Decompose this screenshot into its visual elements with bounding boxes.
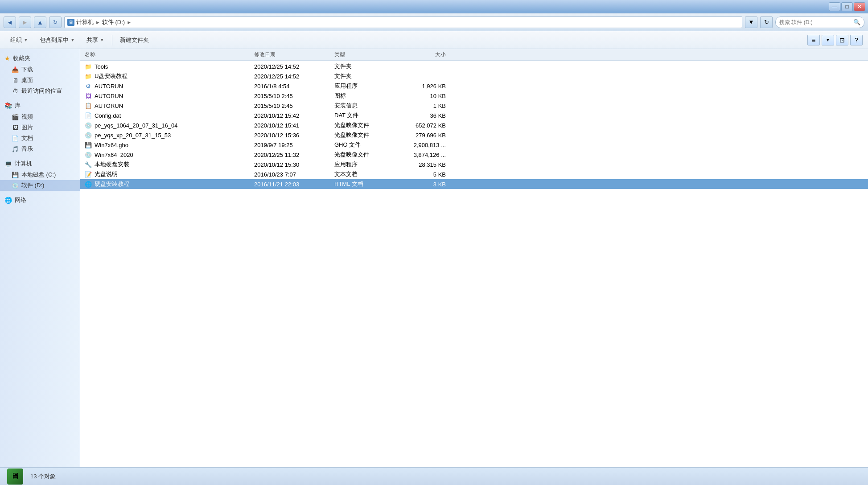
file-name-text: pe_yqs_1064_20_07_31_16_04 bbox=[95, 122, 178, 129]
sidebar-network-header[interactable]: 🌐 网络 bbox=[0, 194, 80, 206]
view-menu-button[interactable]: ≡ bbox=[807, 35, 820, 45]
breadcrumb-bar[interactable]: 🖥 计算机 ► 软件 (D:) ► bbox=[64, 16, 742, 28]
new-folder-label: 新建文件夹 bbox=[120, 36, 149, 44]
col-header-size[interactable]: 大小 bbox=[392, 51, 446, 58]
table-row[interactable]: 💿 pe_yqs_1064_20_07_31_16_04 2020/10/12 … bbox=[80, 120, 868, 130]
sidebar-item-documents[interactable]: 📄 文档 bbox=[0, 133, 80, 144]
share-chevron-icon: ▼ bbox=[100, 37, 104, 42]
file-name-text: U盘安装教程 bbox=[95, 72, 128, 80]
sidebar-computer-header[interactable]: 💻 计算机 bbox=[0, 158, 80, 169]
back-button[interactable]: ◄ bbox=[4, 16, 16, 28]
help-button[interactable]: ? bbox=[850, 35, 863, 45]
downloads-icon: 📥 bbox=[12, 66, 19, 73]
table-row[interactable]: 💿 Win7x64_2020 2020/12/25 11:32 光盘映像文件 3… bbox=[80, 150, 868, 160]
file-name-text: 硬盘安装教程 bbox=[95, 180, 129, 188]
file-icon: ⚙ bbox=[85, 82, 92, 90]
file-date: 2015/5/10 2:45 bbox=[254, 103, 334, 109]
sidebar-item-recent[interactable]: ⏱ 最近访问的位置 bbox=[0, 86, 80, 96]
file-size: 2,900,813 ... bbox=[392, 142, 446, 148]
sidebar-music-label: 音乐 bbox=[21, 145, 33, 153]
table-row[interactable]: 💿 pe_yqs_xp_20_07_31_15_53 2020/10/12 15… bbox=[80, 130, 868, 140]
file-type: 文件夹 bbox=[334, 72, 392, 80]
add-to-library-label: 包含到库中 bbox=[40, 36, 69, 44]
table-row[interactable]: 🌐 硬盘安装教程 2016/11/21 22:03 HTML 文档 3 KB bbox=[80, 179, 868, 189]
sidebar: ★ 收藏夹 📥 下载 🖥 桌面 ⏱ 最近访问的位置 📚 库 � bbox=[0, 49, 80, 467]
add-to-library-button[interactable]: 包含到库中 ▼ bbox=[35, 34, 80, 46]
organize-label: 组织 bbox=[10, 36, 22, 44]
file-name-text: Win7x64.gho bbox=[95, 142, 128, 148]
sidebar-item-music[interactable]: 🎵 音乐 bbox=[0, 144, 80, 154]
sidebar-item-downloads[interactable]: 📥 下载 bbox=[0, 64, 80, 75]
file-icon: 📁 bbox=[85, 63, 92, 70]
sidebar-desktop-label: 桌面 bbox=[21, 76, 33, 84]
maximize-button[interactable]: □ bbox=[841, 2, 853, 11]
refresh-icon-button[interactable]: ↻ bbox=[760, 16, 773, 28]
file-name-text: 本地硬盘安装 bbox=[95, 160, 129, 169]
table-row[interactable]: 📝 光盘说明 2016/10/23 7:07 文本文档 5 KB bbox=[80, 169, 868, 179]
file-type: DAT 文件 bbox=[334, 111, 392, 119]
main-layout: ★ 收藏夹 📥 下载 🖥 桌面 ⏱ 最近访问的位置 📚 库 � bbox=[0, 49, 868, 467]
sidebar-item-software-d[interactable]: 💿 软件 (D:) bbox=[0, 180, 80, 191]
status-count: 13 个对象 bbox=[30, 473, 56, 481]
sidebar-library-label: 库 bbox=[15, 102, 21, 110]
forward-button[interactable]: ► bbox=[19, 16, 31, 28]
refresh-button[interactable]: ↻ bbox=[49, 16, 62, 28]
sidebar-item-desktop[interactable]: 🖥 桌面 bbox=[0, 75, 80, 86]
table-row[interactable]: 🔧 本地硬盘安装 2020/10/12 15:30 应用程序 28,315 KB bbox=[80, 160, 868, 169]
file-icon: 📁 bbox=[85, 73, 92, 80]
file-date: 2020/10/12 15:30 bbox=[254, 161, 334, 168]
sidebar-downloads-label: 下载 bbox=[21, 66, 33, 74]
sidebar-pictures-label: 图片 bbox=[21, 123, 33, 132]
preview-pane-button[interactable]: ⊡ bbox=[836, 35, 848, 45]
table-row[interactable]: 📋 AUTORUN 2015/5/10 2:45 安装信息 1 KB bbox=[80, 101, 868, 111]
file-icon: 🌐 bbox=[85, 181, 92, 188]
table-row[interactable]: ⚙ AUTORUN 2016/1/8 4:54 应用程序 1,926 KB bbox=[80, 81, 868, 91]
file-date: 2016/11/21 22:03 bbox=[254, 181, 334, 188]
col-header-type[interactable]: 类型 bbox=[334, 51, 392, 58]
desktop-icon: 🖥 bbox=[12, 77, 19, 84]
toolbar-separator-1 bbox=[112, 35, 112, 45]
table-row[interactable]: 📄 Config.dat 2020/10/12 15:42 DAT 文件 36 … bbox=[80, 111, 868, 120]
table-row[interactable]: 🖼 AUTORUN 2015/5/10 2:45 图标 10 KB bbox=[80, 91, 868, 101]
search-bar[interactable]: 🔍 bbox=[775, 16, 864, 28]
sidebar-computer-section: 💻 计算机 💾 本地磁盘 (C:) 💿 软件 (D:) bbox=[0, 158, 80, 191]
organize-button[interactable]: 组织 ▼ bbox=[5, 34, 33, 46]
file-name-text: Tools bbox=[95, 63, 108, 70]
share-button[interactable]: 共享 ▼ bbox=[82, 34, 109, 46]
search-input[interactable] bbox=[779, 19, 852, 25]
file-icon: 🔧 bbox=[85, 161, 92, 168]
file-date: 2019/9/7 19:25 bbox=[254, 142, 334, 148]
file-icon: 📋 bbox=[85, 102, 92, 109]
table-row[interactable]: 💾 Win7x64.gho 2019/9/7 19:25 GHO 文件 2,90… bbox=[80, 140, 868, 150]
close-button[interactable]: ✕ bbox=[854, 2, 865, 11]
new-folder-button[interactable]: 新建文件夹 bbox=[115, 34, 154, 46]
window-controls: — □ ✕ bbox=[829, 2, 865, 11]
file-icon: 🖼 bbox=[85, 92, 92, 99]
file-size: 10 KB bbox=[392, 93, 446, 99]
table-row[interactable]: 📁 U盘安装教程 2020/12/25 14:52 文件夹 bbox=[80, 71, 868, 81]
sidebar-library-header[interactable]: 📚 库 bbox=[0, 100, 80, 111]
up-button[interactable]: ▲ bbox=[34, 16, 46, 28]
table-row[interactable]: 📁 Tools 2020/12/25 14:52 文件夹 bbox=[80, 62, 868, 71]
sidebar-software-d-label: 软件 (D:) bbox=[21, 181, 44, 189]
breadcrumb-drive[interactable]: 软件 (D:) bbox=[102, 18, 125, 26]
file-size: 279,696 KB bbox=[392, 132, 446, 139]
file-type: HTML 文档 bbox=[334, 180, 392, 188]
col-header-name[interactable]: 名称 bbox=[85, 51, 254, 58]
breadcrumb-computer[interactable]: 🖥 计算机 bbox=[67, 18, 94, 26]
file-date: 2015/5/10 2:45 bbox=[254, 93, 334, 99]
view-chevron-button[interactable]: ▼ bbox=[822, 35, 834, 45]
content-area: 名称 修改日期 类型 大小 📁 Tools 2020/12/25 14:52 文… bbox=[80, 49, 868, 467]
sidebar-favorites-header[interactable]: ★ 收藏夹 bbox=[0, 53, 80, 64]
file-name-text: pe_yqs_xp_20_07_31_15_53 bbox=[95, 132, 171, 139]
videos-icon: 🎬 bbox=[12, 113, 19, 120]
sidebar-item-videos[interactable]: 🎬 视频 bbox=[0, 111, 80, 122]
sidebar-item-local-c[interactable]: 💾 本地磁盘 (C:) bbox=[0, 169, 80, 180]
col-header-date[interactable]: 修改日期 bbox=[254, 51, 334, 58]
file-type: 光盘映像文件 bbox=[334, 121, 392, 129]
file-size: 36 KB bbox=[392, 112, 446, 119]
minimize-button[interactable]: — bbox=[829, 2, 840, 11]
sidebar-item-pictures[interactable]: 🖼 图片 bbox=[0, 122, 80, 133]
address-dropdown-button[interactable]: ▼ bbox=[745, 16, 757, 28]
sidebar-recent-label: 最近访问的位置 bbox=[21, 87, 62, 95]
